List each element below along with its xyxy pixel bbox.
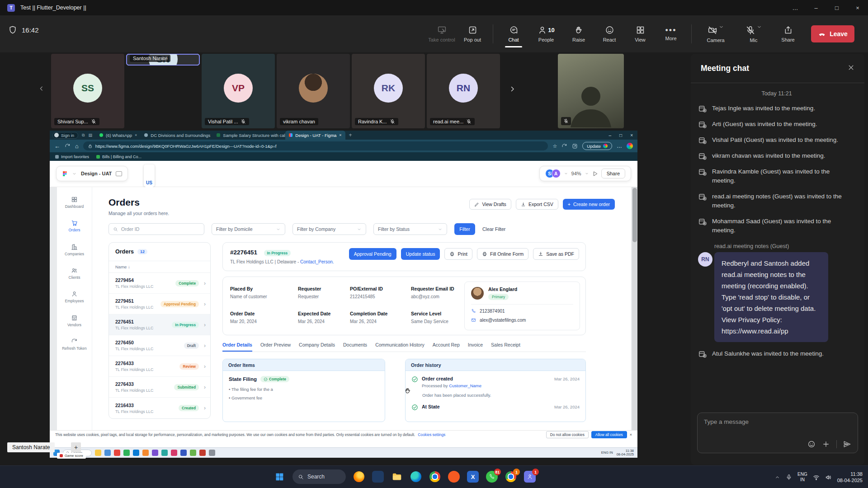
pinned-app-icon[interactable] — [95, 450, 101, 456]
filmstrip-prev-icon[interactable] — [38, 85, 45, 92]
order-row[interactable]: 2276433TL Flex Holdings LLC Submitted › — [109, 377, 210, 398]
hidden-icons-chevron-icon[interactable] — [774, 474, 780, 480]
pinned-app-icon[interactable] — [123, 450, 130, 456]
zoom-level[interactable]: 94% — [571, 171, 581, 176]
fill-online-form-button[interactable]: Fill Online Form — [477, 248, 528, 260]
maximize-button[interactable]: □ — [826, 0, 847, 15]
browser-more-icon[interactable]: … — [617, 143, 622, 149]
create-new-order-button[interactable]: + Create new order — [563, 199, 615, 210]
taskbar-firefox-icon[interactable] — [353, 471, 365, 483]
taskbar-file-explorer-icon[interactable] — [391, 471, 403, 483]
volume-icon[interactable] — [825, 474, 832, 481]
browser-minimize-icon[interactable]: – — [609, 133, 612, 138]
address-bar[interactable]: https://www.figma.com/design/9BKQ0FOHRWa… — [83, 141, 548, 150]
mic-button[interactable]: Mic — [736, 23, 771, 45]
presenter-pin-button[interactable]: + — [71, 442, 81, 452]
sidebar-item-refresh-token[interactable]: Refresh Token — [61, 338, 88, 351]
browser-maximize-icon[interactable]: □ — [619, 133, 622, 138]
sidebar-item-clients[interactable]: Clients — [69, 267, 80, 280]
pinned-app-icon[interactable] — [133, 450, 139, 456]
taskbar-edge-icon[interactable] — [410, 471, 422, 483]
split-screen-icon[interactable] — [572, 143, 578, 149]
share-button[interactable]: Share — [774, 23, 802, 44]
taskbar-chrome-icon[interactable] — [429, 471, 441, 483]
tab-actions-icon[interactable]: ⧉ — [82, 133, 85, 138]
minimize-button[interactable]: – — [806, 0, 826, 15]
order-row[interactable]: 2279451TL Flex Holdings LLC Approval Pen… — [109, 294, 210, 314]
participant-tile[interactable]: SS Shivani Sup... — [51, 54, 124, 128]
sidebar-item-orders[interactable]: Orders — [69, 220, 80, 232]
chat-message-input[interactable]: Type a message — [697, 413, 858, 453]
browser-close-icon[interactable]: × — [630, 133, 633, 138]
participant-tile[interactable]: RN read.ai mee... — [427, 54, 500, 128]
sidebar-item-companies[interactable]: Companies — [65, 244, 84, 256]
view-drafts-button[interactable]: View Drafts — [469, 199, 511, 210]
take-control-button[interactable]: Take control — [428, 23, 456, 44]
tab-account-rep[interactable]: Account Rep — [433, 342, 460, 352]
pinned-app-icon[interactable] — [104, 450, 111, 456]
name-column-header[interactable]: Name ↓ — [109, 261, 210, 273]
edge-update-button[interactable]: Update — [582, 142, 612, 150]
more-button[interactable]: ••• More — [657, 25, 685, 43]
present-play-icon[interactable] — [592, 171, 598, 177]
browser-tab-figma[interactable]: Design - UAT - Figma × — [285, 131, 345, 140]
tab-invoice[interactable]: Invoice — [468, 342, 483, 352]
contact-phone[interactable]: 2123874901 — [480, 309, 505, 314]
browser-signin-chip[interactable]: Sign in — [52, 132, 78, 139]
taskbar-teams-icon[interactable]: 1 — [524, 471, 536, 483]
language-indicator[interactable]: ENGIN — [797, 472, 807, 483]
vertical-tabs-icon[interactable]: ▤ — [89, 133, 93, 137]
sidebar-item-employees[interactable]: Employees — [65, 291, 84, 303]
browser-tab-whatsapp[interactable]: (6) WhatsApp × — [96, 131, 141, 140]
taskbar-x-app-icon[interactable]: X — [467, 471, 479, 483]
titlebar-more-icon[interactable]: … — [785, 0, 806, 15]
sidebar-item-dashboard[interactable]: Dashboard — [65, 196, 84, 209]
avatars-chevron-icon[interactable] — [564, 171, 568, 176]
clear-filter-button[interactable]: Clear Filter — [482, 226, 505, 232]
cookies-settings-link[interactable]: Cookies settings — [418, 432, 445, 437]
order-row[interactable]: 2279454TL Flex Holdings LLC Complete › — [109, 273, 210, 294]
cookie-close-icon[interactable]: × — [630, 432, 632, 437]
home-icon[interactable]: ⌂ — [75, 143, 79, 150]
mini-language-indicator[interactable]: ENG IN — [601, 451, 613, 455]
people-button[interactable]: 10 People — [530, 23, 562, 44]
order-row[interactable]: 2276433TL Flex Holdings LLC Review › — [109, 356, 210, 377]
browser-tab-dc-divisions[interactable]: DC Divisions and Surroundings × — [141, 131, 213, 140]
zoom-chevron-icon[interactable] — [585, 171, 589, 176]
figma-share-button[interactable]: Share — [601, 169, 625, 178]
save-as-pdf-button[interactable]: Save as PDF — [533, 248, 579, 260]
new-tab-icon[interactable]: + — [349, 132, 352, 138]
taskbar-brave-icon[interactable] — [448, 471, 460, 483]
filter-status-select[interactable]: Filter by Status — [373, 223, 447, 235]
order-row[interactable]: 2276450TL Flex Holdings LLC Draft › — [109, 335, 210, 356]
pinned-app-icon[interactable] — [152, 450, 158, 456]
canvas-scrollbar[interactable] — [632, 187, 637, 430]
start-button[interactable] — [274, 471, 285, 483]
tab-documents[interactable]: Documents — [343, 342, 367, 352]
tab-close-icon[interactable]: × — [135, 133, 137, 137]
favorites-star-icon[interactable]: ☆ — [552, 143, 557, 149]
send-icon[interactable] — [843, 440, 851, 448]
camera-chevron-icon[interactable] — [718, 24, 724, 30]
layout-panel-icon[interactable] — [116, 171, 122, 176]
export-csv-button[interactable]: Export CSV — [516, 199, 558, 210]
figma-file-pill[interactable]: Design - UAT — [56, 166, 128, 181]
pinned-app-icon[interactable] — [199, 450, 206, 456]
browser-profile-avatar[interactable] — [627, 143, 633, 149]
bookmark-import-favorites[interactable]: Import favorites — [55, 155, 89, 159]
close-button[interactable]: × — [847, 0, 868, 15]
react-button[interactable]: React — [595, 23, 623, 44]
pinned-app-icon[interactable] — [171, 450, 177, 456]
collaborator-avatar[interactable]: A — [552, 169, 561, 178]
update-status-button[interactable]: Update status — [401, 248, 440, 260]
file-menu-chevron-icon[interactable] — [72, 171, 77, 176]
sidebar-item-vendors[interactable]: Vendors — [67, 314, 81, 327]
emoji-icon[interactable] — [807, 440, 816, 448]
filter-domicile-select[interactable]: Filter by Domicile — [212, 223, 285, 235]
taskbar-notepad-icon[interactable] — [372, 471, 384, 483]
chat-button[interactable]: Chat — [500, 23, 528, 44]
leave-button[interactable]: Leave — [811, 25, 854, 42]
pinned-app-icon[interactable] — [161, 450, 168, 456]
pinned-app-icon[interactable] — [190, 450, 196, 456]
customer-name-link[interactable]: Customer_Name — [449, 383, 481, 388]
